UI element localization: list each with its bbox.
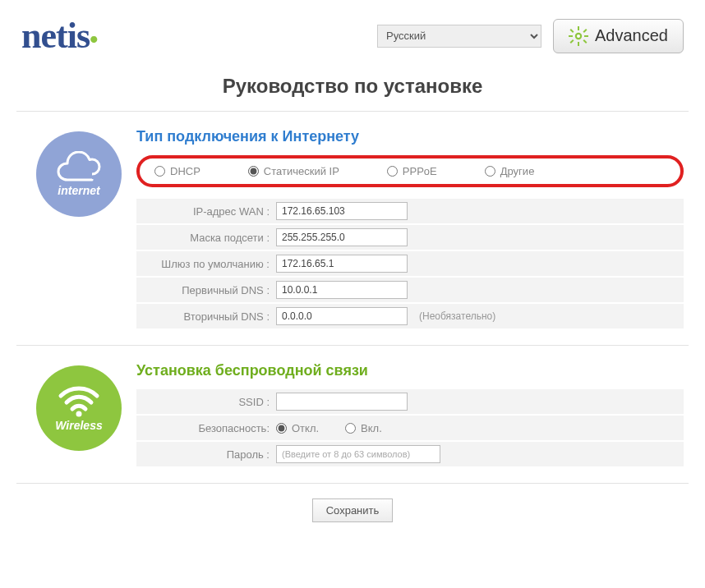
security-on-label: Вкл.: [361, 422, 382, 434]
language-select[interactable]: Русский: [377, 25, 541, 48]
page-title: Руководство по установке: [15, 68, 690, 111]
row-wan-ip: IP-адрес WAN :: [136, 199, 684, 223]
row-gateway: Шлюз по умолчанию :: [136, 251, 684, 276]
connection-type-row: DHCP Статический IP PPPoE Другие: [136, 155, 684, 187]
radio-pppoe-label: PPPoE: [403, 165, 437, 177]
security-on[interactable]: Вкл.: [345, 422, 382, 434]
radio-static-input[interactable]: [248, 166, 259, 177]
advanced-label: Advanced: [595, 26, 668, 45]
label-gateway: Шлюз по умолчанию :: [136, 258, 276, 270]
dns2-hint: (Необязательно): [419, 310, 495, 322]
dns2-input[interactable]: [276, 307, 408, 325]
wireless-badge-label: Wireless: [55, 419, 102, 432]
radio-static-label: Статический IP: [264, 165, 339, 177]
save-area: Сохранить: [15, 484, 690, 529]
radio-other-input[interactable]: [485, 166, 495, 177]
svg-rect-8: [583, 29, 588, 33]
radio-dhcp[interactable]: DHCP: [154, 165, 200, 177]
svg-rect-7: [570, 39, 574, 44]
wifi-icon: [56, 384, 102, 417]
label-dns2: Вторичный DNS :: [136, 310, 276, 323]
svg-rect-4: [584, 35, 588, 37]
svg-rect-1: [578, 26, 579, 30]
row-ssid: SSID :: [136, 389, 684, 414]
radio-other-label: Другие: [500, 165, 535, 177]
row-password: Пароль :: [136, 442, 684, 466]
radio-pppoe[interactable]: PPPoE: [387, 165, 437, 177]
save-button[interactable]: Сохранить: [312, 498, 394, 522]
svg-point-9: [577, 34, 580, 38]
label-password: Пароль :: [136, 448, 276, 461]
logo-dot: •: [90, 25, 98, 53]
svg-rect-2: [578, 42, 579, 46]
internet-heading: Тип подключения к Интернету: [136, 128, 684, 145]
svg-rect-6: [583, 39, 588, 44]
logo-text: netis: [21, 16, 90, 56]
radio-dhcp-label: DHCP: [170, 165, 200, 177]
label-subnet: Маска подсети :: [136, 232, 276, 244]
internet-section: internet Тип подключения к Интернету DHC…: [15, 112, 690, 345]
header: netis• Русский: [15, 7, 690, 68]
wireless-heading: Установка беспроводной связи: [136, 362, 684, 379]
label-dns1: Первичный DNS :: [136, 284, 276, 296]
svg-rect-5: [570, 29, 574, 33]
gateway-input[interactable]: [276, 255, 408, 273]
ssid-input[interactable]: [276, 393, 408, 411]
label-wan-ip: IP-адрес WAN :: [136, 205, 276, 218]
logo: netis•: [21, 15, 98, 57]
advanced-button[interactable]: Advanced: [553, 19, 684, 53]
dns1-input[interactable]: [276, 281, 408, 299]
row-security: Безопасность: Откл. Вкл.: [136, 416, 684, 440]
label-ssid: SSID :: [136, 396, 276, 408]
security-on-input[interactable]: [345, 423, 356, 434]
wireless-section: Wireless Установка беспроводной связи SS…: [15, 346, 690, 483]
internet-circle: internet: [36, 131, 122, 217]
security-off-input[interactable]: [276, 423, 287, 434]
security-off-label: Откл.: [292, 422, 319, 434]
radio-static[interactable]: Статический IP: [248, 165, 339, 177]
label-security: Безопасность:: [136, 422, 276, 434]
wan-ip-input[interactable]: [276, 202, 408, 220]
internet-badge: internet: [21, 128, 136, 330]
svg-point-10: [76, 411, 82, 417]
row-dns1: Первичный DNS :: [136, 278, 684, 302]
radio-pppoe-input[interactable]: [387, 166, 398, 177]
password-input[interactable]: [276, 445, 440, 463]
radio-dhcp-input[interactable]: [154, 166, 165, 177]
cloud-icon: [56, 151, 102, 182]
subnet-input[interactable]: [276, 228, 408, 246]
wireless-circle: Wireless: [36, 365, 122, 451]
header-right: Русский: [377, 19, 684, 53]
row-dns2: Вторичный DNS : (Необязательно): [136, 304, 684, 328]
internet-badge-label: internet: [58, 184, 99, 197]
radio-other[interactable]: Другие: [485, 165, 535, 177]
wireless-badge: Wireless: [21, 362, 136, 468]
gear-icon: [569, 26, 588, 46]
row-subnet: Маска подсети :: [136, 225, 684, 250]
svg-rect-3: [569, 35, 573, 37]
security-off[interactable]: Откл.: [276, 422, 319, 434]
